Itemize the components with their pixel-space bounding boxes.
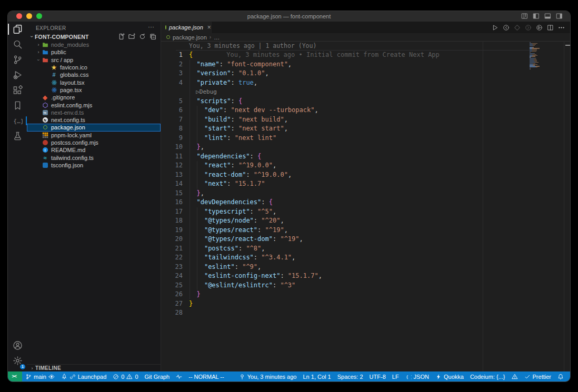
panel-left-icon[interactable] [533, 13, 540, 19]
check-icon [524, 374, 531, 380]
tree-item-eslint.config.mjs[interactable]: eslint.config.mjs [27, 101, 161, 108]
status-cursor-position[interactable]: Ln 1, Col 1 [300, 374, 334, 380]
activity-bar-item-extensions[interactable] [8, 83, 27, 98]
line-number: 17 [161, 207, 183, 217]
play-icon[interactable] [492, 24, 499, 31]
status-problems[interactable]: 00 [109, 374, 141, 380]
nav-forward-icon[interactable] [525, 24, 532, 31]
status-indentation[interactable]: Spaces: 2 [334, 374, 366, 380]
status-pulse[interactable] [173, 374, 185, 380]
status-notifications[interactable] [554, 374, 567, 380]
tree-item-next-env.d.ts[interactable]: tsnext-env.d.ts [27, 109, 161, 116]
tree-item-src-app[interactable]: ›src / app [27, 56, 161, 64]
activity-bar-item-source-control[interactable] [8, 52, 27, 67]
status-git-graph[interactable]: Git Graph [142, 374, 173, 380]
status-language-mode[interactable]: { }JSON [402, 374, 432, 380]
codelens-debug[interactable]: ▷Debug [189, 87, 217, 97]
line-number: 4 [161, 78, 183, 88]
tree-item-package.json[interactable]: package.json [27, 124, 161, 131]
status-label: main [34, 374, 46, 380]
run-circle-icon[interactable] [536, 24, 543, 31]
code-line-15: }, [189, 189, 204, 198]
status-label: Prettier [533, 374, 551, 380]
nav-back-icon[interactable] [503, 24, 510, 31]
timeline-section[interactable]: › TIMELINE [27, 364, 161, 371]
activity-bar-item-settings[interactable]: 1 [8, 353, 27, 368]
tree-item-.gitignore[interactable]: ◆.gitignore [27, 94, 161, 101]
editor-group: package.json × package.json › … You, 3 m… [161, 22, 570, 371]
activity-bar-item-testing[interactable] [8, 128, 27, 144]
activity-bar-item-search[interactable] [8, 37, 27, 52]
file-name: README.md [51, 147, 85, 153]
more-icon[interactable] [558, 24, 565, 31]
overview-ruler-mark [565, 45, 570, 46]
new-folder-icon[interactable] [128, 33, 135, 40]
tree-item-postcss.config.mjs[interactable]: postcss.config.mjs [27, 139, 161, 146]
folder-icon [42, 49, 48, 56]
tree-item-readme.md[interactable]: iREADME.md [27, 146, 161, 154]
nav-diamond-icon[interactable] [514, 24, 521, 31]
explorer-section-header[interactable]: › FONT-COMPONENT [27, 33, 161, 41]
line-number: 14 [161, 179, 183, 189]
new-file-icon[interactable] [118, 33, 125, 40]
file-name: .gitignore [51, 94, 75, 100]
activity-bar-item-bookmarks[interactable] [8, 98, 27, 113]
tree-item-public[interactable]: ›public [27, 48, 161, 56]
source-control-icon [13, 55, 23, 65]
tree-item-tsconfig.json[interactable]: tsconfig.json [27, 162, 161, 169]
tree-item-tailwind.config.ts[interactable]: ≈tailwind.config.ts [27, 154, 161, 161]
code-line-14: "next": "15.1.7" [189, 179, 265, 189]
activity-bar-item-accounts[interactable] [8, 338, 27, 353]
settings-badge: 1 [20, 364, 25, 369]
sidebar-more-actions-button[interactable]: ··· [148, 22, 154, 33]
status-eol[interactable]: LF [389, 374, 402, 380]
minimap[interactable] [530, 42, 561, 71]
tree-item-node-modules[interactable]: ›node_modules [27, 41, 161, 48]
tree-item-layout.tsx[interactable]: layout.tsx [27, 78, 161, 86]
refresh-icon[interactable] [139, 33, 146, 40]
status-warning-indicator[interactable] [509, 374, 521, 380]
status-prettier[interactable]: Prettier [521, 374, 554, 380]
panel-right-icon[interactable] [556, 13, 563, 19]
tree-item-page.tsx[interactable]: page.tsx [27, 86, 161, 94]
panel-bottom-icon[interactable] [544, 13, 551, 19]
close-tab-button[interactable]: × [207, 24, 211, 31]
error-icon [113, 374, 119, 380]
tree-item-next.config.ts[interactable]: Nnext.config.ts [27, 116, 161, 124]
code-line-11: "dependencies": { [189, 152, 261, 162]
status-launchpad[interactable]: Launchpad [58, 374, 109, 380]
line-number: 16 [161, 198, 183, 207]
tree-item-globals.css[interactable]: #globals.css [27, 71, 161, 78]
react-icon [51, 79, 57, 86]
breadcrumb-symbol[interactable]: … [214, 34, 220, 41]
line-number: 3 [161, 69, 183, 78]
status-vim-mode[interactable]: -- NORMAL -- [185, 374, 227, 380]
breadcrumb-file[interactable]: package.json [173, 34, 207, 41]
columns-layout-icon[interactable] [521, 13, 528, 19]
tab-package-json[interactable]: package.json × [161, 22, 212, 33]
code-line-3: "version": "0.1.0", [189, 69, 269, 78]
star-icon: ★ [51, 64, 57, 71]
collapse-all-icon[interactable] [150, 33, 156, 40]
activity-bar-item-run-debug[interactable] [8, 67, 27, 83]
braces-icon: {…} [13, 116, 23, 126]
css-icon: # [51, 72, 57, 78]
tsconfig-icon [42, 162, 48, 168]
status-blame[interactable]: You, 3 minutes ago [236, 374, 300, 380]
status-git-branch[interactable]: main [22, 374, 58, 380]
sidebar-title: EXPLORER [36, 25, 66, 31]
tree-item-favicon.ico[interactable]: ★favicon.ico [27, 64, 161, 71]
status-codeium[interactable]: Codeium: {...} [467, 374, 509, 380]
tree-item-pnpm-lock.yaml[interactable]: pnpm-lock.yaml [27, 132, 161, 139]
status-quokka[interactable]: Quokka [432, 374, 467, 380]
code-editor[interactable]: You, 3 minutes ago | 1 author (You) 1{Yo… [161, 41, 570, 371]
status-encoding[interactable]: UTF-8 [366, 374, 389, 380]
file-name: package.json [51, 124, 85, 130]
line-number: 7 [161, 115, 183, 125]
code-line-22: "tailwindcss": "^3.4.1", [189, 253, 295, 263]
breadcrumb[interactable]: package.json › … [161, 33, 570, 41]
activity-bar-item-explorer[interactable] [8, 22, 27, 37]
split-editor-icon[interactable] [547, 24, 554, 31]
status-remote[interactable]: >< [8, 371, 22, 381]
activity-bar-item-snippets[interactable]: {…} [8, 113, 27, 128]
